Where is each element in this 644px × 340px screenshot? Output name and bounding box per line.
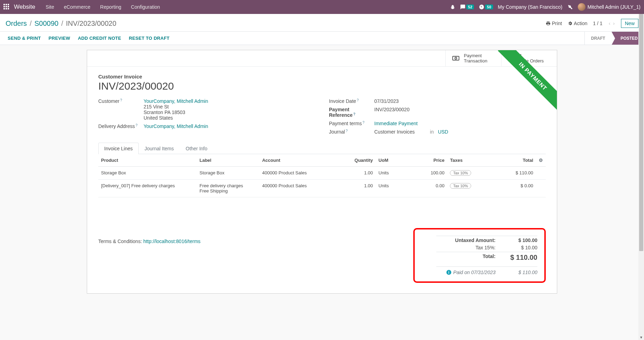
- doc-title: INV/2023/00020: [98, 80, 546, 92]
- delivery-link[interactable]: YourCompany, Mitchell Admin: [144, 123, 208, 129]
- sheet-footer: Terms & Conditions: http://localhost:801…: [87, 221, 557, 293]
- messages-icon[interactable]: 52: [460, 4, 474, 10]
- action-button[interactable]: Action: [568, 21, 588, 26]
- col-label: Label: [197, 154, 259, 167]
- addr-line2: Scranton PA 18503: [144, 109, 185, 115]
- new-button[interactable]: New: [621, 19, 638, 28]
- info-icon[interactable]: i: [446, 270, 451, 275]
- form-sheet: PaymentTransaction 1Sale Orders IN PAYME…: [87, 50, 557, 294]
- cell-qty: 1.00: [340, 180, 376, 197]
- stat-buttons: PaymentTransaction 1Sale Orders: [87, 50, 557, 67]
- activities-badge: 50: [485, 5, 493, 9]
- status-bar: DRAFT POSTED: [584, 32, 644, 45]
- cell-total: $ 0.00: [483, 180, 536, 197]
- terms-link[interactable]: http://localhost:8016/terms: [143, 239, 200, 244]
- apps-icon[interactable]: [3, 4, 10, 10]
- tax-label: Tax 15%:: [436, 245, 496, 250]
- cell-label: Free delivery charges Free Shipping: [197, 180, 259, 197]
- menu-site[interactable]: Site: [41, 4, 58, 10]
- scrollbar[interactable]: ▲ ▼: [638, 14, 644, 294]
- brand[interactable]: Website: [14, 3, 35, 10]
- terms-conditions: Terms & Conditions: http://localhost:801…: [98, 228, 406, 244]
- cell-uom: Units: [376, 180, 412, 197]
- currency-link[interactable]: USD: [438, 129, 449, 135]
- cell-tax: Tax 10%: [447, 167, 483, 180]
- cell-label: Storage Box: [197, 167, 259, 180]
- table-row[interactable]: [Delivery_007] Free delivery chargesFree…: [98, 180, 546, 197]
- untaxed-label: Untaxed Amount:: [436, 237, 496, 243]
- breadcrumb-order[interactable]: S00090: [34, 20, 59, 28]
- nav-right: 52 50 My Company (San Francisco) Mitchel…: [450, 3, 641, 11]
- preview-button[interactable]: PREVIEW: [48, 36, 70, 41]
- stat-payment-transaction[interactable]: PaymentTransaction: [445, 50, 501, 66]
- tab-other-info[interactable]: Other Info: [180, 143, 213, 154]
- debug-icon[interactable]: [450, 5, 455, 9]
- cell-uom: Units: [376, 167, 412, 180]
- credit-note-button[interactable]: ADD CREDIT NOTE: [78, 36, 121, 41]
- svg-rect-0: [453, 56, 459, 60]
- breadcrumb: Orders / S00090 / INV/2023/00020: [6, 20, 116, 28]
- send-print-button[interactable]: SEND & PRINT: [8, 36, 41, 41]
- breadcrumb-current: INV/2023/00020: [66, 20, 116, 28]
- tax-value: $ 10.00: [506, 245, 537, 250]
- payment-terms-link[interactable]: Immediate Payment: [374, 121, 418, 126]
- payment-ref-label: Payment Reference?: [329, 107, 374, 118]
- main-menu: Site eCommerce Reporting Configuration: [41, 4, 164, 10]
- col-qty: Quantity: [340, 154, 376, 167]
- activities-icon[interactable]: 50: [479, 4, 493, 10]
- menu-reporting[interactable]: Reporting: [96, 4, 125, 10]
- control-bar: Orders / S00090 / INV/2023/00020 Print A…: [0, 14, 644, 32]
- scroll-thumb[interactable]: [639, 14, 643, 251]
- payment-ref-value: INV/2023/00020: [374, 107, 546, 118]
- col-total: Total: [483, 154, 536, 167]
- cell-product: Storage Box: [98, 167, 197, 180]
- invoice-date-value: 07/31/2023: [374, 98, 546, 104]
- table-row[interactable]: Storage BoxStorage Box400000 Product Sal…: [98, 167, 546, 180]
- pager-text: 1 / 1: [593, 21, 603, 26]
- col-product: Product: [98, 154, 197, 167]
- company-switcher[interactable]: My Company (San Francisco): [498, 4, 562, 10]
- tools-icon[interactable]: [567, 4, 573, 10]
- col-price: Price: [412, 154, 447, 167]
- status-draft[interactable]: DRAFT: [584, 32, 612, 45]
- avatar: [578, 3, 585, 11]
- customer-link[interactable]: YourCompany, Mitchell Admin: [144, 98, 208, 104]
- cell-tax: Tax 10%: [447, 180, 483, 197]
- action-row: SEND & PRINT PREVIEW ADD CREDIT NOTE RES…: [0, 32, 644, 45]
- invoice-lines-table: Product Label Account Quantity UoM Price…: [98, 154, 546, 197]
- menu-configuration[interactable]: Configuration: [127, 4, 164, 10]
- reset-draft-button[interactable]: RESET TO DRAFT: [129, 36, 170, 41]
- col-taxes: Taxes: [447, 154, 483, 167]
- paid-label: iPaid on 07/31/2023: [436, 270, 496, 275]
- pager-arrows: ‹ ›: [608, 21, 615, 26]
- tab-invoice-lines[interactable]: Invoice Lines: [98, 143, 139, 154]
- payment-terms-label: Payment terms?: [329, 121, 374, 126]
- journal-value: Customer Invoices in USD: [374, 129, 546, 135]
- invoice-date-label: Invoice Date?: [329, 98, 374, 104]
- cell-product: [Delivery_007] Free delivery charges: [98, 180, 197, 197]
- pager-prev[interactable]: ‹: [608, 21, 611, 26]
- untaxed-value: $ 100.00: [506, 237, 537, 243]
- cell-account: 400000 Product Sales: [259, 180, 340, 197]
- paid-value: $ 110.00: [506, 270, 537, 275]
- addr-line1: 215 Vine St: [144, 104, 169, 109]
- addr-line3: United States: [144, 115, 173, 121]
- col-account: Account: [259, 154, 340, 167]
- user-menu[interactable]: Mitchell Admin (JULY_1): [578, 3, 641, 11]
- delivery-label: Delivery Address?: [98, 123, 144, 129]
- columns-options-icon[interactable]: ⚙: [539, 158, 543, 163]
- cell-total: $ 110.00: [483, 167, 536, 180]
- print-button[interactable]: Print: [546, 21, 562, 26]
- cell-account: 400000 Product Sales: [259, 167, 340, 180]
- tabs: Invoice Lines Journal Items Other Info: [98, 142, 546, 154]
- pager-next[interactable]: ›: [612, 21, 615, 26]
- journal-label: Journal?: [329, 129, 374, 135]
- control-right: Print Action 1 / 1 ‹ › New: [546, 19, 638, 28]
- menu-ecommerce[interactable]: eCommerce: [60, 4, 94, 10]
- doc-subtitle: Customer Invoice: [98, 74, 546, 80]
- tab-journal-items[interactable]: Journal Items: [139, 143, 180, 154]
- breadcrumb-orders[interactable]: Orders: [6, 20, 27, 28]
- payment-icon: [452, 54, 460, 62]
- customer-label: Customer?: [98, 98, 144, 121]
- total-value: $ 110.00: [506, 254, 537, 262]
